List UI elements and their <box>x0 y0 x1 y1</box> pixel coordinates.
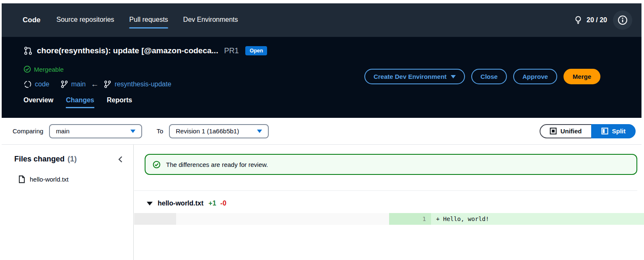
pr-action-buttons: Create Dev Environment Close Approve Mer… <box>364 69 600 84</box>
lightbulb-icon <box>574 16 582 25</box>
source-branch-link[interactable]: resynthesis-update <box>114 81 171 88</box>
to-label: To <box>156 127 163 135</box>
pull-request-header: chore(resynthesis): update [@amazon-code… <box>2 37 641 118</box>
unified-view-label: Unified <box>561 127 582 135</box>
compare-bar: Comparing main To Revision 1 (1a66b5b1) … <box>2 118 641 145</box>
diff-old-side <box>134 213 389 225</box>
comparing-label: Comparing <box>13 127 43 135</box>
create-dev-environment-button[interactable]: Create Dev Environment <box>364 69 465 84</box>
diff-content: The differences are ready for review. he… <box>134 145 644 260</box>
unified-view-button[interactable]: Unified <box>540 124 591 138</box>
unified-view-icon <box>550 127 557 135</box>
merge-button[interactable]: Merge <box>564 69 600 84</box>
caret-down-icon <box>130 130 135 133</box>
branch-icon <box>104 80 112 88</box>
split-view-icon <box>601 127 608 135</box>
diff-line-row: 1 + Hello, world! <box>134 213 644 225</box>
left-arrow-icon: ← <box>91 80 99 89</box>
files-changed-title: Files changed <box>14 155 65 164</box>
pr-status-badge: Open <box>245 46 267 55</box>
nav-item-source-repositories[interactable]: Source repositories <box>57 16 114 24</box>
branch-icon <box>60 80 68 88</box>
compare-to-value: Revision 1 (1a66b5b1) <box>176 127 239 135</box>
collapse-panel-button[interactable] <box>117 156 123 163</box>
nav-item-dev-environments[interactable]: Dev Environments <box>183 16 238 24</box>
pr-tabs: Overview Changes Reports <box>23 96 132 108</box>
files-changed-panel: Files changed (1) hello-world.txt <box>2 145 134 260</box>
compare-to-select[interactable]: Revision 1 (1a66b5b1) <box>169 124 269 138</box>
section-divider <box>134 190 637 191</box>
caret-down-icon <box>451 75 456 78</box>
nav-item-pull-requests[interactable]: Pull requests <box>129 16 168 24</box>
approve-button[interactable]: Approve <box>513 69 557 84</box>
check-circle-icon <box>153 161 161 169</box>
compute-quota: 20 / 20 <box>574 16 607 25</box>
diff-new-side: 1 + Hello, world! <box>389 213 644 225</box>
repository-link[interactable]: code <box>35 81 49 88</box>
file-list-item[interactable]: hello-world.txt <box>18 175 133 183</box>
old-line-content <box>176 213 389 225</box>
success-banner: The differences are ready for review. <box>145 154 637 175</box>
nav-links: Source repositories Pull requests Dev En… <box>57 16 238 24</box>
repository-icon <box>23 80 32 88</box>
collapse-file-diff-icon[interactable] <box>147 202 153 205</box>
chevron-left-icon <box>117 156 123 163</box>
close-button[interactable]: Close <box>471 69 507 84</box>
tab-reports[interactable]: Reports <box>107 96 132 108</box>
merge-status: Mergeable <box>34 66 64 73</box>
diff-file-name: hello-world.txt <box>158 200 203 207</box>
check-circle-icon <box>23 65 31 73</box>
pr-id: PR1 <box>224 47 239 55</box>
old-line-number <box>134 213 176 225</box>
info-button[interactable] <box>613 10 632 30</box>
create-dev-environment-label: Create Dev Environment <box>374 73 447 80</box>
files-changed-count: (1) <box>68 155 77 164</box>
compare-from-select[interactable]: main <box>49 124 142 138</box>
tab-changes[interactable]: Changes <box>66 96 94 108</box>
split-view-label: Split <box>612 127 626 135</box>
top-navigation: Code Source repositories Pull requests D… <box>2 3 641 37</box>
app-title: Code <box>23 16 41 24</box>
file-name: hello-world.txt <box>30 176 69 183</box>
caret-down-icon <box>257 130 262 133</box>
target-branch-link[interactable]: main <box>71 81 86 88</box>
compare-from-value: main <box>56 127 70 135</box>
split-view-button[interactable]: Split <box>591 124 636 138</box>
diff-additions: +1 <box>208 200 216 207</box>
new-line-content: + Hello, world! <box>431 213 644 225</box>
file-icon <box>18 175 25 183</box>
tab-overview[interactable]: Overview <box>23 96 53 108</box>
pull-request-icon <box>23 46 33 55</box>
pr-title: chore(resynthesis): update [@amazon-code… <box>37 46 218 55</box>
quota-value: 20 / 20 <box>587 16 607 24</box>
diff-view-toggle: Unified Split <box>540 124 636 138</box>
info-icon <box>618 15 628 25</box>
new-line-number: 1 <box>389 213 431 225</box>
success-banner-text: The differences are ready for review. <box>166 161 268 168</box>
diff-deletions: -0 <box>221 200 226 207</box>
